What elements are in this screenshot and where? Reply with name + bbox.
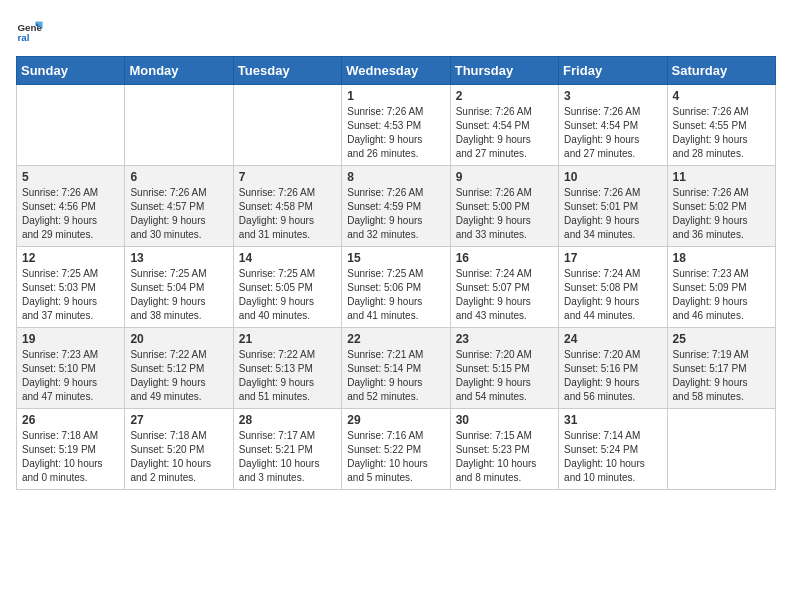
day-number: 7 — [239, 170, 336, 184]
day-number: 18 — [673, 251, 770, 265]
calendar-week-row: 19Sunrise: 7:23 AM Sunset: 5:10 PM Dayli… — [17, 328, 776, 409]
calendar-cell: 29Sunrise: 7:16 AM Sunset: 5:22 PM Dayli… — [342, 409, 450, 490]
calendar-cell: 27Sunrise: 7:18 AM Sunset: 5:20 PM Dayli… — [125, 409, 233, 490]
day-number: 10 — [564, 170, 661, 184]
day-info: Sunrise: 7:26 AM Sunset: 4:57 PM Dayligh… — [130, 186, 227, 242]
day-info: Sunrise: 7:20 AM Sunset: 5:16 PM Dayligh… — [564, 348, 661, 404]
calendar-cell: 30Sunrise: 7:15 AM Sunset: 5:23 PM Dayli… — [450, 409, 558, 490]
day-number: 15 — [347, 251, 444, 265]
weekday-header-friday: Friday — [559, 57, 667, 85]
day-number: 11 — [673, 170, 770, 184]
day-number: 23 — [456, 332, 553, 346]
day-info: Sunrise: 7:26 AM Sunset: 5:02 PM Dayligh… — [673, 186, 770, 242]
calendar-cell — [125, 85, 233, 166]
calendar-cell: 2Sunrise: 7:26 AM Sunset: 4:54 PM Daylig… — [450, 85, 558, 166]
calendar-cell: 12Sunrise: 7:25 AM Sunset: 5:03 PM Dayli… — [17, 247, 125, 328]
day-number: 28 — [239, 413, 336, 427]
calendar-cell: 3Sunrise: 7:26 AM Sunset: 4:54 PM Daylig… — [559, 85, 667, 166]
calendar-cell: 5Sunrise: 7:26 AM Sunset: 4:56 PM Daylig… — [17, 166, 125, 247]
calendar-cell: 6Sunrise: 7:26 AM Sunset: 4:57 PM Daylig… — [125, 166, 233, 247]
day-info: Sunrise: 7:21 AM Sunset: 5:14 PM Dayligh… — [347, 348, 444, 404]
calendar-cell: 25Sunrise: 7:19 AM Sunset: 5:17 PM Dayli… — [667, 328, 775, 409]
day-number: 13 — [130, 251, 227, 265]
day-info: Sunrise: 7:26 AM Sunset: 4:55 PM Dayligh… — [673, 105, 770, 161]
calendar-cell — [17, 85, 125, 166]
day-number: 19 — [22, 332, 119, 346]
day-number: 3 — [564, 89, 661, 103]
day-number: 8 — [347, 170, 444, 184]
calendar-cell: 18Sunrise: 7:23 AM Sunset: 5:09 PM Dayli… — [667, 247, 775, 328]
day-number: 17 — [564, 251, 661, 265]
day-number: 27 — [130, 413, 227, 427]
day-number: 25 — [673, 332, 770, 346]
day-number: 24 — [564, 332, 661, 346]
day-info: Sunrise: 7:18 AM Sunset: 5:20 PM Dayligh… — [130, 429, 227, 485]
calendar-cell: 13Sunrise: 7:25 AM Sunset: 5:04 PM Dayli… — [125, 247, 233, 328]
day-info: Sunrise: 7:25 AM Sunset: 5:06 PM Dayligh… — [347, 267, 444, 323]
calendar-cell: 19Sunrise: 7:23 AM Sunset: 5:10 PM Dayli… — [17, 328, 125, 409]
day-info: Sunrise: 7:15 AM Sunset: 5:23 PM Dayligh… — [456, 429, 553, 485]
calendar-cell: 1Sunrise: 7:26 AM Sunset: 4:53 PM Daylig… — [342, 85, 450, 166]
calendar-cell: 31Sunrise: 7:14 AM Sunset: 5:24 PM Dayli… — [559, 409, 667, 490]
calendar-cell: 26Sunrise: 7:18 AM Sunset: 5:19 PM Dayli… — [17, 409, 125, 490]
weekday-header-saturday: Saturday — [667, 57, 775, 85]
day-info: Sunrise: 7:20 AM Sunset: 5:15 PM Dayligh… — [456, 348, 553, 404]
day-number: 5 — [22, 170, 119, 184]
calendar-cell: 8Sunrise: 7:26 AM Sunset: 4:59 PM Daylig… — [342, 166, 450, 247]
weekday-header-monday: Monday — [125, 57, 233, 85]
day-info: Sunrise: 7:26 AM Sunset: 4:56 PM Dayligh… — [22, 186, 119, 242]
calendar-week-row: 5Sunrise: 7:26 AM Sunset: 4:56 PM Daylig… — [17, 166, 776, 247]
day-info: Sunrise: 7:22 AM Sunset: 5:12 PM Dayligh… — [130, 348, 227, 404]
weekday-header-row: SundayMondayTuesdayWednesdayThursdayFrid… — [17, 57, 776, 85]
calendar-cell: 24Sunrise: 7:20 AM Sunset: 5:16 PM Dayli… — [559, 328, 667, 409]
page-header: Gene ral — [16, 16, 776, 44]
day-info: Sunrise: 7:24 AM Sunset: 5:08 PM Dayligh… — [564, 267, 661, 323]
calendar-cell: 23Sunrise: 7:20 AM Sunset: 5:15 PM Dayli… — [450, 328, 558, 409]
day-number: 26 — [22, 413, 119, 427]
day-number: 1 — [347, 89, 444, 103]
day-info: Sunrise: 7:14 AM Sunset: 5:24 PM Dayligh… — [564, 429, 661, 485]
day-number: 20 — [130, 332, 227, 346]
day-number: 9 — [456, 170, 553, 184]
day-info: Sunrise: 7:23 AM Sunset: 5:09 PM Dayligh… — [673, 267, 770, 323]
day-number: 30 — [456, 413, 553, 427]
day-info: Sunrise: 7:19 AM Sunset: 5:17 PM Dayligh… — [673, 348, 770, 404]
logo-icon: Gene ral — [16, 16, 44, 44]
day-info: Sunrise: 7:22 AM Sunset: 5:13 PM Dayligh… — [239, 348, 336, 404]
day-number: 29 — [347, 413, 444, 427]
calendar-cell: 28Sunrise: 7:17 AM Sunset: 5:21 PM Dayli… — [233, 409, 341, 490]
calendar-cell: 20Sunrise: 7:22 AM Sunset: 5:12 PM Dayli… — [125, 328, 233, 409]
calendar-week-row: 12Sunrise: 7:25 AM Sunset: 5:03 PM Dayli… — [17, 247, 776, 328]
day-info: Sunrise: 7:25 AM Sunset: 5:04 PM Dayligh… — [130, 267, 227, 323]
day-number: 12 — [22, 251, 119, 265]
calendar-cell — [233, 85, 341, 166]
day-info: Sunrise: 7:26 AM Sunset: 5:01 PM Dayligh… — [564, 186, 661, 242]
day-number: 21 — [239, 332, 336, 346]
day-info: Sunrise: 7:26 AM Sunset: 4:54 PM Dayligh… — [456, 105, 553, 161]
calendar-cell: 15Sunrise: 7:25 AM Sunset: 5:06 PM Dayli… — [342, 247, 450, 328]
calendar-table: SundayMondayTuesdayWednesdayThursdayFrid… — [16, 56, 776, 490]
calendar-cell: 4Sunrise: 7:26 AM Sunset: 4:55 PM Daylig… — [667, 85, 775, 166]
svg-text:ral: ral — [17, 32, 29, 43]
day-number: 31 — [564, 413, 661, 427]
day-info: Sunrise: 7:23 AM Sunset: 5:10 PM Dayligh… — [22, 348, 119, 404]
day-info: Sunrise: 7:26 AM Sunset: 5:00 PM Dayligh… — [456, 186, 553, 242]
day-info: Sunrise: 7:24 AM Sunset: 5:07 PM Dayligh… — [456, 267, 553, 323]
calendar-cell: 10Sunrise: 7:26 AM Sunset: 5:01 PM Dayli… — [559, 166, 667, 247]
day-number: 22 — [347, 332, 444, 346]
calendar-cell — [667, 409, 775, 490]
weekday-header-sunday: Sunday — [17, 57, 125, 85]
day-info: Sunrise: 7:18 AM Sunset: 5:19 PM Dayligh… — [22, 429, 119, 485]
day-info: Sunrise: 7:25 AM Sunset: 5:05 PM Dayligh… — [239, 267, 336, 323]
day-info: Sunrise: 7:26 AM Sunset: 4:58 PM Dayligh… — [239, 186, 336, 242]
calendar-cell: 14Sunrise: 7:25 AM Sunset: 5:05 PM Dayli… — [233, 247, 341, 328]
day-number: 14 — [239, 251, 336, 265]
day-info: Sunrise: 7:26 AM Sunset: 4:59 PM Dayligh… — [347, 186, 444, 242]
day-number: 2 — [456, 89, 553, 103]
weekday-header-thursday: Thursday — [450, 57, 558, 85]
day-number: 4 — [673, 89, 770, 103]
weekday-header-wednesday: Wednesday — [342, 57, 450, 85]
calendar-cell: 22Sunrise: 7:21 AM Sunset: 5:14 PM Dayli… — [342, 328, 450, 409]
day-info: Sunrise: 7:26 AM Sunset: 4:54 PM Dayligh… — [564, 105, 661, 161]
day-info: Sunrise: 7:26 AM Sunset: 4:53 PM Dayligh… — [347, 105, 444, 161]
